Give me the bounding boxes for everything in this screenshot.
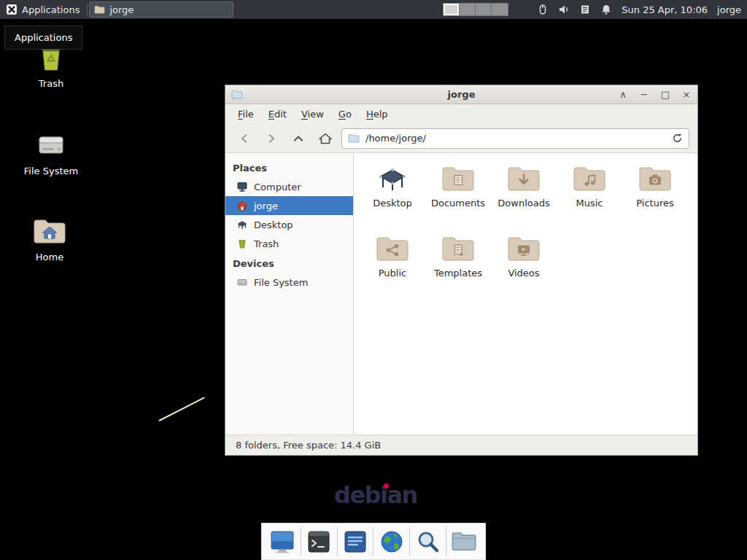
file-grid: Desktop Documents Downloads xyxy=(354,153,697,435)
workspace-1[interactable] xyxy=(444,4,460,15)
bottom-dock xyxy=(261,523,486,560)
menu-view[interactable]: View xyxy=(295,106,330,122)
panel-tray: Sun 25 Apr, 10:06 jorge xyxy=(537,4,747,15)
menu-file[interactable]: File xyxy=(231,106,260,122)
debian-red-dot xyxy=(384,483,389,489)
desktop-icon-home[interactable]: Home xyxy=(13,216,86,262)
folder-templates-icon xyxy=(441,235,476,264)
panel-clock[interactable]: Sun 25 Apr, 10:06 xyxy=(622,4,708,15)
maximize-button[interactable]: □ xyxy=(660,86,670,104)
file-item-label: Templates xyxy=(434,268,482,279)
taskbar-window-label: jorge xyxy=(109,4,133,15)
titlebar[interactable]: jorge ∧ − □ × xyxy=(225,85,697,104)
path-bar[interactable]: /home/jorge/ xyxy=(341,128,689,149)
back-button[interactable] xyxy=(233,128,255,149)
file-item-templates[interactable]: Templates xyxy=(425,235,491,305)
file-item-label: Videos xyxy=(508,268,539,279)
home-folder-icon xyxy=(32,216,67,248)
sidebar-item-filesystem[interactable]: File System xyxy=(225,273,353,292)
path-text: /home/jorge/ xyxy=(365,133,426,144)
taskbar-window-button[interactable]: jorge xyxy=(89,1,233,18)
menubar: File Edit View Go Help xyxy=(225,104,697,124)
menu-go[interactable]: Go xyxy=(332,106,358,122)
sidebar-item-label: Trash xyxy=(254,238,279,249)
sidebar-item-jorge[interactable]: jorge xyxy=(225,196,353,215)
file-item-documents[interactable]: Documents xyxy=(425,165,491,235)
statusbar: 8 folders, Free space: 14.4 GiB xyxy=(225,435,697,455)
file-item-downloads[interactable]: Downloads xyxy=(491,165,557,235)
desktop-icon xyxy=(236,219,248,230)
window-controls: ∧ − □ × xyxy=(618,86,692,104)
desktop-icon-label: Home xyxy=(34,252,66,262)
up-button[interactable] xyxy=(287,128,309,149)
trash-small-icon xyxy=(236,238,248,249)
drive-small-icon xyxy=(236,276,248,288)
close-button[interactable]: × xyxy=(681,86,692,104)
drive-icon xyxy=(34,128,68,162)
workspace-pager xyxy=(443,3,508,16)
shade-button[interactable]: ∧ xyxy=(618,86,628,104)
sidebar-item-desktop[interactable]: Desktop xyxy=(225,215,353,234)
workspace-2[interactable] xyxy=(460,4,476,15)
file-item-label: Pictures xyxy=(636,198,673,209)
menu-edit[interactable]: Edit xyxy=(262,106,293,122)
workspace-4[interactable] xyxy=(492,4,508,15)
editor-launcher-icon[interactable] xyxy=(342,529,368,555)
folder-public-icon xyxy=(375,235,410,264)
sidebar-item-label: File System xyxy=(254,277,308,288)
workspace-3[interactable] xyxy=(476,4,492,15)
sidebar-item-label: Computer xyxy=(254,182,301,192)
desktop-icon-label: File System xyxy=(22,166,80,176)
window-icon xyxy=(231,90,243,100)
toolbar: /home/jorge/ xyxy=(225,124,697,153)
applications-tooltip: Applications xyxy=(4,26,82,50)
terminal-launcher-icon[interactable] xyxy=(306,529,332,555)
sidebar: Places Computer jorge xyxy=(225,153,354,435)
dock-separator xyxy=(301,527,301,556)
desktop-icon-filesystem[interactable]: File System xyxy=(15,128,88,176)
dock-separator xyxy=(409,527,410,556)
path-folder-icon xyxy=(348,133,360,144)
notes-icon[interactable] xyxy=(579,4,591,15)
applications-menu-button[interactable]: Applications xyxy=(0,0,85,19)
app-finder-launcher-icon[interactable] xyxy=(415,529,441,555)
panel-separator xyxy=(87,3,88,16)
notification-bell-icon[interactable] xyxy=(600,4,612,15)
sidebar-item-label: jorge xyxy=(254,201,278,211)
desktop-large-icon xyxy=(375,165,410,194)
stray-line-artifact xyxy=(159,397,205,421)
folder-pictures-icon xyxy=(638,165,673,194)
folder-documents-icon xyxy=(441,165,476,194)
file-item-music[interactable]: Music xyxy=(557,165,622,235)
volume-icon[interactable] xyxy=(558,4,570,15)
reload-button[interactable] xyxy=(672,133,683,144)
session-menu[interactable]: jorge xyxy=(717,4,741,15)
desktop-root: Applications jorge xyxy=(0,0,747,560)
dock-separator xyxy=(446,527,446,556)
folder-music-icon xyxy=(572,165,607,194)
sidebar-item-computer[interactable]: Computer xyxy=(225,177,353,196)
show-desktop-launcher-icon[interactable] xyxy=(269,529,295,555)
file-item-pictures[interactable]: Pictures xyxy=(622,165,688,235)
home-button[interactable] xyxy=(314,128,336,149)
applications-menu-label: Applications xyxy=(22,4,80,15)
mouse-indicator-icon[interactable] xyxy=(537,4,549,15)
file-item-label: Music xyxy=(576,198,603,209)
menu-help[interactable]: Help xyxy=(360,106,395,122)
forward-button[interactable] xyxy=(260,128,282,149)
minimize-button[interactable]: − xyxy=(639,86,649,104)
dock-separator xyxy=(373,527,374,556)
top-panel: Applications jorge xyxy=(0,0,747,19)
file-item-label: Downloads xyxy=(498,198,549,209)
file-item-label: Documents xyxy=(431,198,485,209)
file-item-videos[interactable]: Videos xyxy=(491,235,557,305)
sidebar-item-trash[interactable]: Trash xyxy=(225,234,353,253)
desktop-icon-label: Trash xyxy=(36,78,66,89)
web-browser-launcher-icon[interactable] xyxy=(379,529,405,555)
computer-icon xyxy=(236,181,248,192)
sidebar-header-devices: Devices xyxy=(225,253,353,273)
file-item-public[interactable]: Public xyxy=(360,235,425,305)
file-item-desktop[interactable]: Desktop xyxy=(360,165,425,235)
file-manager-launcher-icon[interactable] xyxy=(451,529,477,555)
folder-videos-icon xyxy=(506,235,541,264)
